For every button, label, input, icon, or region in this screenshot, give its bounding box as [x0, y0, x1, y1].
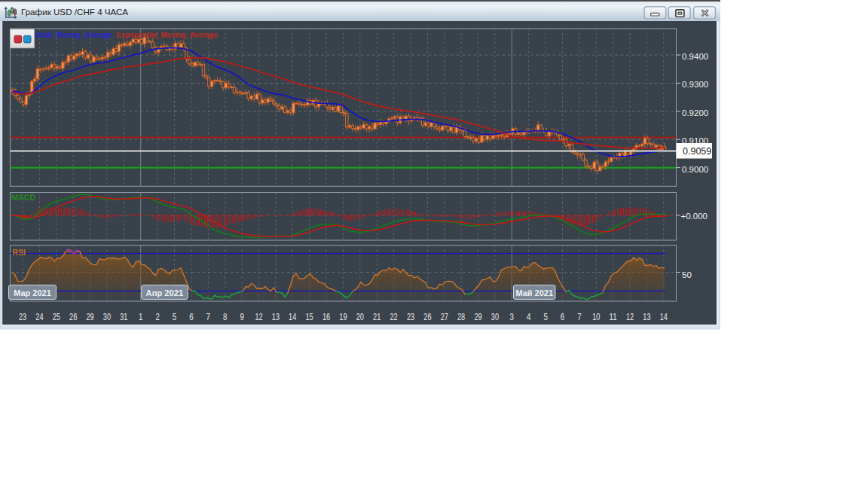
svg-text:31: 31: [120, 312, 127, 322]
svg-text:26: 26: [69, 312, 77, 322]
svg-text:15: 15: [306, 312, 313, 322]
svg-text:14: 14: [289, 312, 296, 322]
svg-text:0.9200: 0.9200: [682, 108, 708, 117]
svg-text:3: 3: [510, 312, 514, 322]
svg-text:6: 6: [561, 312, 564, 322]
svg-text:+0.000: +0.000: [681, 212, 708, 221]
svg-text:MACD: MACD: [12, 193, 36, 202]
svg-text:7: 7: [577, 312, 581, 322]
svg-text:1: 1: [139, 312, 142, 322]
svg-text:23: 23: [407, 312, 414, 322]
svg-text:27: 27: [441, 312, 448, 322]
svg-text:29: 29: [87, 312, 94, 322]
svg-text:22: 22: [390, 312, 398, 322]
svg-text:13: 13: [643, 312, 650, 322]
svg-text:14: 14: [660, 312, 668, 322]
svg-text:29: 29: [474, 312, 481, 322]
svg-text:0.9400: 0.9400: [682, 52, 708, 61]
svg-text:0.9000: 0.9000: [682, 165, 708, 174]
svg-text:Exponential_Moving_Average: Exponential_Moving_Average: [117, 30, 219, 39]
svg-text:6: 6: [189, 312, 193, 322]
svg-text:23: 23: [19, 312, 26, 322]
svg-text:RSI: RSI: [13, 248, 26, 257]
svg-text:4: 4: [527, 312, 530, 322]
svg-text:16: 16: [322, 312, 330, 322]
svg-text:13: 13: [272, 312, 280, 322]
svg-text:12: 12: [626, 312, 634, 322]
svg-text:25: 25: [53, 312, 60, 322]
svg-text:7: 7: [206, 312, 210, 322]
svg-text:Май 2021: Май 2021: [515, 288, 553, 297]
svg-text:5: 5: [543, 312, 547, 322]
svg-text:График USD /CHF 4 ЧАСА: График USD /CHF 4 ЧАСА: [21, 7, 128, 17]
svg-text:24: 24: [35, 312, 43, 322]
svg-text:ential_Moving_Average: ential_Moving_Average: [35, 30, 112, 39]
svg-text:12: 12: [255, 312, 262, 322]
svg-text:26: 26: [423, 312, 431, 322]
svg-text:9: 9: [240, 312, 243, 322]
svg-text:20: 20: [356, 312, 364, 322]
svg-text:2: 2: [155, 312, 159, 322]
svg-text:28: 28: [457, 312, 465, 322]
svg-text:8: 8: [223, 312, 227, 322]
svg-text:10: 10: [592, 312, 600, 322]
svg-text:11: 11: [610, 312, 617, 322]
svg-text:19: 19: [339, 312, 347, 322]
svg-text:50: 50: [682, 270, 692, 279]
svg-text:0.9059: 0.9059: [683, 146, 711, 157]
svg-text:30: 30: [491, 312, 499, 322]
svg-text:21: 21: [373, 312, 381, 322]
svg-text:30: 30: [103, 312, 111, 322]
svg-text:Мар 2021: Мар 2021: [14, 288, 51, 297]
svg-text:5: 5: [173, 312, 176, 322]
svg-text:0.9300: 0.9300: [682, 80, 708, 89]
svg-text:Апр 2021: Апр 2021: [146, 288, 184, 297]
